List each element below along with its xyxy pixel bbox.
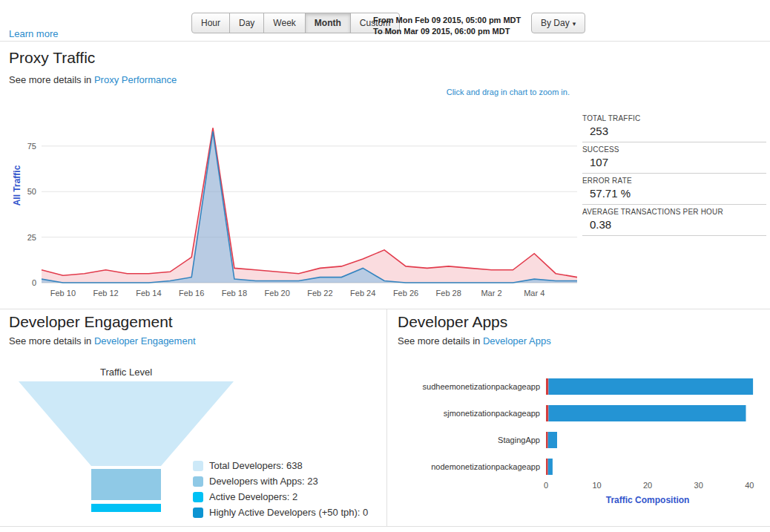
bar-traffic-segment xyxy=(548,459,553,475)
chevron-down-icon: ▾ xyxy=(573,20,576,27)
proxy-performance-link[interactable]: Proxy Performance xyxy=(94,74,177,85)
bar-traffic-segment xyxy=(548,378,753,395)
bar-traffic-segment xyxy=(548,405,746,421)
svg-text:StagingApp: StagingApp xyxy=(498,436,540,444)
group-by-dropdown[interactable]: By Day▾ xyxy=(531,13,585,33)
funnel-legend: Total Developers: 638 Developers with Ap… xyxy=(193,460,368,522)
svg-text:Traffic Composition: Traffic Composition xyxy=(606,495,690,505)
proxy-traffic-chart[interactable]: 0255075Feb 10Feb 12Feb 14Feb 16Feb 18Feb… xyxy=(4,108,585,307)
legend-swatch xyxy=(193,476,203,487)
stat-label: SUCCESS xyxy=(582,145,766,154)
proxy-traffic-subtitle: See more details in Proxy Performance xyxy=(9,74,177,85)
svg-text:Feb 24: Feb 24 xyxy=(350,289,375,298)
proxy-chart-container[interactable]: 0255075Feb 10Feb 12Feb 14Feb 16Feb 18Feb… xyxy=(4,108,585,309)
bottom-divider xyxy=(0,526,770,527)
stat-row: SUCCESS 107 xyxy=(582,142,766,174)
svg-text:75: 75 xyxy=(27,142,36,151)
svg-text:Feb 26: Feb 26 xyxy=(393,289,418,298)
svg-text:Feb 16: Feb 16 xyxy=(179,289,204,298)
date-range-text: From Mon Feb 09 2015, 05:00 pm MDT To Mo… xyxy=(373,15,521,37)
developer-engagement-title: Developer Engagement xyxy=(9,313,173,331)
svg-text:Mar 2: Mar 2 xyxy=(481,289,501,298)
range-button-day[interactable]: Day xyxy=(229,13,264,33)
svg-text:nodemonetizationpackageapp: nodemonetizationpackageapp xyxy=(431,462,540,471)
svg-text:Feb 28: Feb 28 xyxy=(436,289,461,298)
developer-engagement-subtitle: See more details in Developer Engagement xyxy=(9,335,196,347)
stat-row: TOTAL TRAFFIC 253 xyxy=(582,111,766,142)
svg-text:Mar 4: Mar 4 xyxy=(524,289,544,298)
stat-value: 253 xyxy=(582,122,766,137)
svg-text:30: 30 xyxy=(694,481,703,490)
legend-item: Developers with Apps: 23 xyxy=(193,476,368,487)
legend-swatch xyxy=(193,508,203,518)
legend-label: Highly Active Developers (+50 tph): 0 xyxy=(209,507,368,518)
zoom-hint-text: Click and drag in chart to zoom in. xyxy=(447,88,570,96)
developer-apps-link[interactable]: Developer Apps xyxy=(483,335,551,347)
bar-error-segment xyxy=(546,405,548,421)
section-divider xyxy=(0,309,770,309)
developer-apps-title: Developer Apps xyxy=(398,313,507,331)
developer-apps-chart[interactable]: sudheemonetizationpackageappsjmonetizati… xyxy=(398,370,769,512)
svg-text:Feb 14: Feb 14 xyxy=(136,289,161,298)
legend-item: Highly Active Developers (+50 tph): 0 xyxy=(193,507,368,518)
svg-text:Feb 20: Feb 20 xyxy=(265,289,290,298)
legend-item: Total Developers: 638 xyxy=(193,460,368,471)
legend-label: Total Developers: 638 xyxy=(209,460,303,471)
funnel-level-developers-with-apps xyxy=(91,469,161,500)
date-range-from: From Mon Feb 09 2015, 05:00 pm MDT xyxy=(373,15,521,26)
stat-value: 57.71 % xyxy=(582,185,766,200)
svg-text:Feb 22: Feb 22 xyxy=(307,289,332,298)
stat-value: 107 xyxy=(582,154,766,168)
svg-text:25: 25 xyxy=(27,233,36,242)
legend-label: Developers with Apps: 23 xyxy=(209,476,318,487)
funnel-level-total-developers xyxy=(19,381,234,466)
svg-text:Feb 12: Feb 12 xyxy=(93,289,118,298)
bar-traffic-segment xyxy=(548,432,557,448)
legend-label: Active Developers: 2 xyxy=(209,491,297,502)
range-button-month[interactable]: Month xyxy=(305,13,351,33)
developer-apps-chart-container[interactable]: sudheemonetizationpackageappsjmonetizati… xyxy=(398,370,769,514)
legend-item: Active Developers: 2 xyxy=(193,491,368,502)
range-button-week[interactable]: Week xyxy=(263,13,305,33)
svg-text:10: 10 xyxy=(592,481,601,490)
date-range-to: To Mon Mar 09 2015, 06:00 pm MDT xyxy=(373,26,521,37)
stat-label: TOTAL TRAFFIC xyxy=(582,114,766,122)
proxy-stats: TOTAL TRAFFIC 253 SUCCESS 107 ERROR RATE… xyxy=(582,111,766,236)
svg-text:Feb 18: Feb 18 xyxy=(222,289,247,298)
legend-swatch xyxy=(193,461,203,471)
funnel-level-active-developers xyxy=(91,504,161,512)
header-divider xyxy=(0,41,770,42)
svg-text:sjmonetizationpackageapp: sjmonetizationpackageapp xyxy=(444,409,540,418)
bar-error-segment xyxy=(546,432,548,448)
svg-text:20: 20 xyxy=(643,481,652,490)
funnel-chart-title: Traffic Level xyxy=(15,367,237,378)
proxy-traffic-title: Proxy Traffic xyxy=(9,49,95,67)
stat-label: ERROR RATE xyxy=(582,177,766,185)
svg-text:0: 0 xyxy=(544,481,548,490)
svg-text:sudheemonetizationpackageapp: sudheemonetizationpackageapp xyxy=(423,382,540,391)
developer-apps-subtitle: See more details in Developer Apps xyxy=(398,335,551,347)
stat-row: ERROR RATE 57.71 % xyxy=(582,174,766,205)
range-button-hour[interactable]: Hour xyxy=(191,13,230,33)
developer-engagement-link[interactable]: Developer Engagement xyxy=(94,335,196,347)
bar-error-segment xyxy=(546,378,548,395)
svg-text:50: 50 xyxy=(27,187,36,196)
range-button-group: HourDayWeekMonthCustom xyxy=(191,13,400,33)
svg-text:Feb 10: Feb 10 xyxy=(50,289,76,298)
stat-label: AVERAGE TRANSACTIONS PER HOUR xyxy=(582,208,766,216)
svg-text:40: 40 xyxy=(745,481,754,490)
bar-error-segment xyxy=(546,459,548,475)
learn-more-link[interactable]: Learn more xyxy=(9,28,58,39)
svg-text:0: 0 xyxy=(32,278,36,287)
legend-swatch xyxy=(193,492,203,502)
stat-row: AVERAGE TRANSACTIONS PER HOUR 0.38 xyxy=(582,205,766,236)
group-by-label: By Day xyxy=(541,18,570,28)
vertical-divider xyxy=(386,309,387,527)
stat-value: 0.38 xyxy=(582,216,766,231)
